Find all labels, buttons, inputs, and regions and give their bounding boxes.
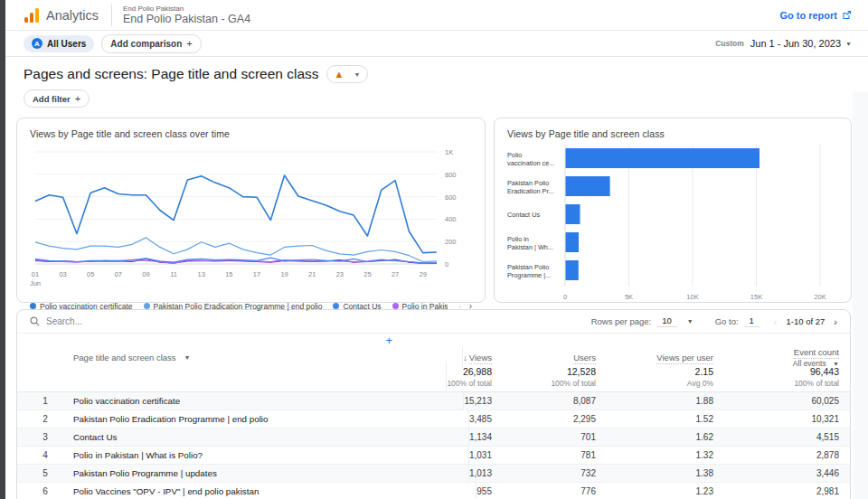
svg-text:09: 09 — [142, 270, 149, 278]
chevron-down-icon: ▼ — [354, 71, 360, 78]
chevron-down-icon: ▼ — [687, 318, 693, 325]
legend-next-icon[interactable]: › — [469, 301, 472, 311]
bar-chart: 05K10K15K20KPoliovaccination ce...Pakist… — [507, 141, 838, 309]
dimension-column-header[interactable]: Page title and screen class ▼ — [73, 353, 401, 362]
row-event-count: 2,878 — [816, 447, 850, 464]
row-views: 955 — [476, 483, 503, 499]
row-views: 3,485 — [468, 410, 503, 428]
all-users-label: All Users — [47, 39, 86, 49]
divider — [111, 5, 112, 26]
svg-text:27: 27 — [392, 270, 399, 278]
date-mode-label: Custom — [715, 39, 744, 48]
go-to-label: Go to: — [715, 316, 739, 326]
table-header-row: Page title and screen class ▼ + ↓Views U… — [17, 334, 850, 362]
row-users: 781 — [580, 447, 607, 464]
svg-text:Pakistan Polio: Pakistan Polio — [507, 179, 549, 187]
add-comparison-chip[interactable]: Add comparison + — [101, 34, 201, 53]
svg-text:5K: 5K — [625, 293, 633, 301]
line-chart-card: Views by Page title and screen class ove… — [16, 118, 486, 303]
row-page-title: Pakistan Polio Programme | updates — [73, 468, 401, 478]
views-per-user-column-header[interactable]: Views per user — [656, 353, 724, 362]
bar-chart-card: Views by Page title and screen class 05K… — [494, 118, 852, 303]
row-event-count: 2,981 — [816, 483, 850, 499]
table-row: 3 Contact Us 1,134 701 1.62 4,515 — [17, 428, 850, 447]
all-users-chip[interactable]: A All Users — [24, 35, 94, 52]
totals-users: 12,528100% of total — [551, 366, 607, 388]
svg-text:29: 29 — [420, 270, 427, 278]
legend-item[interactable]: Pakistan Polio Eradication Programme | e… — [144, 302, 323, 311]
row-number: 5 — [42, 468, 48, 478]
svg-text:15: 15 — [225, 270, 232, 278]
search-icon — [30, 316, 40, 326]
svg-text:15K: 15K — [750, 293, 762, 301]
row-views-per-user: 1.62 — [696, 428, 724, 446]
table-row: 6 Polio Vaccines "OPV - IPV" | end polio… — [17, 483, 850, 499]
legend-item[interactable]: Polio vaccination certificate — [30, 302, 133, 311]
external-link-icon — [842, 10, 852, 20]
table-row: 1 Polio vaccination certificate 15,213 8… — [17, 392, 850, 410]
date-range-selector[interactable]: Jun 1 - Jun 30, 2023 — [750, 38, 841, 49]
row-views: 15,213 — [463, 392, 503, 410]
data-quality-pill[interactable]: ▲ ▼ — [326, 65, 369, 83]
add-filter-chip[interactable]: Add filter + — [24, 89, 90, 108]
row-page-title: Polio in Pakistan | What is Polio? — [73, 450, 401, 460]
plus-icon: + — [186, 38, 192, 49]
svg-text:03: 03 — [59, 270, 66, 278]
table-row: 4 Polio in Pakistan | What is Polio? 1,0… — [17, 447, 850, 465]
row-event-count: 4,515 — [816, 428, 850, 446]
legend-item[interactable]: Contact Us — [333, 302, 381, 311]
go-to-report-link[interactable]: Go to report — [779, 10, 852, 21]
add-comparison-label: Add comparison — [110, 39, 182, 49]
legend-prev-icon[interactable]: ‹ — [458, 301, 461, 311]
page-next-icon[interactable]: › — [834, 316, 837, 327]
row-views-per-user: 1.38 — [696, 465, 724, 482]
row-users: 776 — [580, 483, 607, 499]
svg-text:Polio in: Polio in — [507, 235, 529, 243]
row-users: 701 — [580, 428, 607, 446]
svg-text:25: 25 — [363, 270, 371, 278]
svg-text:200: 200 — [445, 238, 457, 246]
page-title: Pages and screens: Page title and screen… — [24, 66, 319, 82]
row-views: 1,013 — [468, 465, 503, 482]
rows-per-page-select[interactable]: 10 — [656, 315, 677, 327]
property-label: End Polio Pakistan — [123, 5, 250, 13]
top-header: Analytics End Polio Pakistan End Polio P… — [5, 0, 868, 31]
svg-text:01: 01 — [32, 270, 39, 278]
comparison-toolbar: A All Users Add comparison + Custom Jun … — [5, 31, 868, 57]
svg-text:0: 0 — [563, 293, 567, 301]
go-to-report-label: Go to report — [779, 10, 837, 21]
search-input[interactable]: Search... — [46, 316, 82, 326]
table-totals-row: 26,988100% of total 12,528100% of total … — [17, 362, 850, 392]
svg-text:05: 05 — [87, 270, 94, 278]
totals-event-count: 96,443100% of total — [794, 366, 850, 388]
svg-text:13: 13 — [198, 270, 205, 278]
series-color-dot — [392, 303, 399, 309]
legend-item[interactable]: Polio in Pakistan | What is Polio? — [392, 302, 448, 311]
page-prev-icon[interactable]: ‹ — [774, 316, 778, 327]
row-users: 732 — [580, 465, 607, 482]
table-row: 5 Pakistan Polio Programme | updates 1,0… — [17, 465, 850, 483]
series-color-dot — [144, 303, 150, 309]
add-filter-label: Add filter — [33, 94, 71, 104]
svg-text:vaccination ce...: vaccination ce... — [507, 159, 554, 167]
users-column-header[interactable]: Users — [573, 353, 607, 362]
svg-text:1K: 1K — [445, 148, 453, 156]
series-color-dot — [333, 303, 339, 309]
row-users: 2,295 — [573, 410, 607, 428]
row-number: 6 — [42, 486, 48, 496]
svg-text:Programme |...: Programme |... — [507, 271, 551, 279]
scrollbar-track[interactable] — [853, 92, 868, 499]
row-page-title: Polio Vaccines "OPV - IPV" | end polio p… — [73, 486, 401, 496]
svg-text:07: 07 — [115, 270, 122, 278]
warning-triangle-icon: ▲ — [335, 70, 344, 80]
svg-text:0: 0 — [445, 260, 448, 268]
row-views-per-user: 1.88 — [696, 392, 724, 410]
add-column-button[interactable]: + — [385, 334, 401, 347]
svg-text:Eradication Pr...: Eradication Pr... — [507, 187, 554, 195]
rows-per-page-label: Rows per page: — [591, 316, 652, 326]
svg-text:Pakistan Polio: Pakistan Polio — [507, 263, 549, 271]
svg-text:17: 17 — [253, 270, 260, 278]
row-event-count: 3,446 — [816, 465, 850, 482]
go-to-input[interactable]: 1 — [744, 315, 760, 327]
property-switcher[interactable]: End Polio Pakistan End Polio Pakistan - … — [123, 5, 250, 26]
